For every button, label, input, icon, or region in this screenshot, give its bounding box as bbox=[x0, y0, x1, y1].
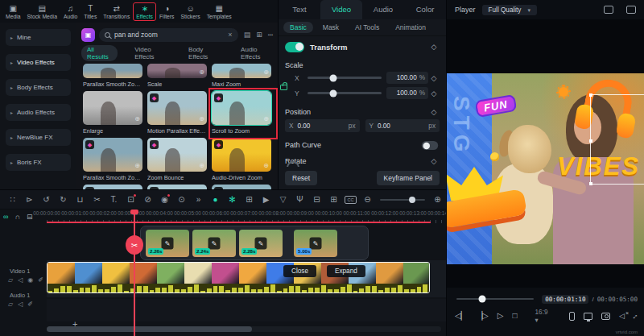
magnet-icon[interactable]: ∩ bbox=[14, 213, 19, 221]
playhead[interactable] bbox=[134, 209, 135, 336]
transform-toggle[interactable] bbox=[285, 42, 304, 52]
download-icon[interactable]: ⊕ bbox=[199, 116, 204, 122]
reset-button[interactable]: Reset bbox=[285, 171, 317, 185]
effect-thumbnail[interactable]: ◆⊕ bbox=[147, 138, 207, 172]
play-clip-icon[interactable]: ▶ bbox=[258, 195, 275, 204]
scrollbar-thumb[interactable] bbox=[47, 326, 252, 332]
effect-clip[interactable]: ✎2.28s bbox=[239, 230, 283, 257]
crop-icon[interactable]: ⊡ bbox=[122, 195, 139, 204]
sidebar-item-video-effects[interactable]: ▸Video Effects bbox=[6, 54, 71, 71]
toolbar-item-filters[interactable]: ◑Filters bbox=[156, 2, 178, 21]
split-icon[interactable]: ✂ bbox=[89, 195, 105, 204]
more-tools-icon[interactable]: » bbox=[190, 195, 207, 204]
effect-card[interactable]: ◆⊕Scroll to Zoom bbox=[212, 91, 271, 135]
zoom-slider-knob[interactable] bbox=[409, 197, 415, 203]
add-media-icon[interactable]: ⊞ bbox=[241, 195, 258, 204]
timeline-zoom-out-icon[interactable]: ⊖ bbox=[359, 195, 376, 204]
position-y-field[interactable]: Y0.00px bbox=[365, 119, 440, 132]
clear-search-icon[interactable]: × bbox=[228, 31, 232, 39]
next-frame-button[interactable]: ▕▷ bbox=[476, 311, 488, 321]
toolbar-item-titles[interactable]: TTitles bbox=[80, 2, 100, 21]
scale-x-value[interactable]: 100.00% bbox=[386, 72, 428, 84]
track-edit-icon[interactable]: ✐ bbox=[38, 276, 43, 284]
toolbar-item-templates[interactable]: ▦Templates bbox=[204, 2, 235, 21]
mask-icon[interactable]: ◉ bbox=[156, 195, 173, 204]
effect-card[interactable]: ⊕Maxi Zoom bbox=[212, 64, 271, 88]
phone-preview-icon[interactable] bbox=[569, 312, 575, 321]
speed-icon[interactable]: ⊘ bbox=[139, 195, 156, 204]
scale-x-keyframe-icon[interactable]: ◇ bbox=[428, 74, 440, 82]
scale-y-value[interactable]: 100.00% bbox=[386, 87, 428, 99]
track-visibility-icon[interactable]: ◉ bbox=[27, 276, 33, 284]
effect-thumbnail[interactable]: ◆⊕ bbox=[83, 138, 142, 172]
more-menu-icon[interactable]: ••• bbox=[268, 32, 273, 37]
effect-clip[interactable]: ✎2.24s bbox=[192, 230, 236, 257]
effect-card[interactable]: ◆⊕Parallax Smooth Zoo... bbox=[83, 138, 142, 181]
layout-grid-icon[interactable]: ∷ bbox=[4, 195, 21, 204]
lock-aspect-icon[interactable] bbox=[280, 85, 287, 90]
voiceover-mic-icon[interactable]: Ψ bbox=[291, 195, 308, 204]
track-folder-icon[interactable]: ▱ bbox=[8, 276, 13, 284]
effect-card[interactable]: ◆⊕Motion Parallax Effect In bbox=[147, 91, 207, 135]
snapshot-icon[interactable] bbox=[601, 313, 610, 320]
track-mute-icon[interactable]: ◁ bbox=[18, 276, 23, 284]
effect-thumbnail[interactable]: ⊕ bbox=[83, 91, 142, 125]
edit-pencil-icon[interactable]: ✎ bbox=[310, 238, 322, 250]
sidebar-item-mine[interactable]: ▸Mine bbox=[6, 29, 71, 46]
tab-video[interactable]: Video bbox=[320, 0, 362, 19]
position-x-field[interactable]: X0.00px bbox=[285, 119, 360, 132]
sidebar-item-body-effects[interactable]: ▸Body Effects bbox=[6, 79, 71, 96]
download-icon[interactable]: ⊕ bbox=[134, 116, 140, 122]
split-view-icon[interactable]: ⊟ bbox=[27, 213, 33, 221]
effect-card[interactable]: ⊕Scale bbox=[147, 64, 207, 88]
duration-icon[interactable]: ⊙ bbox=[173, 195, 190, 204]
screen-record-icon[interactable]: ⊞ bbox=[325, 195, 342, 204]
sidebar-item-audio-effects[interactable]: ▸Audio Effects bbox=[6, 104, 71, 121]
stop-button[interactable]: □ bbox=[512, 311, 517, 321]
effect-clip[interactable]: ✎2.26s bbox=[146, 230, 189, 257]
tab-audio[interactable]: Audio bbox=[362, 0, 404, 19]
scale-y-keyframe-icon[interactable]: ◇ bbox=[428, 89, 440, 97]
tab-text[interactable]: Text bbox=[279, 0, 320, 19]
download-icon[interactable]: ⊕ bbox=[199, 163, 204, 169]
download-icon[interactable]: ⊕ bbox=[134, 163, 140, 169]
ai-effects-badge-icon[interactable]: ▣ bbox=[81, 28, 95, 42]
effect-thumbnail[interactable]: ⊕ bbox=[212, 64, 271, 78]
sidebar-item-newblue-fx[interactable]: ▸NewBlue FX bbox=[6, 129, 71, 146]
rotate-dial[interactable] bbox=[287, 161, 299, 167]
effect-card[interactable]: Parallax Smooth Zoo... bbox=[83, 64, 142, 88]
edit-pencil-icon[interactable]: ✎ bbox=[162, 238, 174, 250]
external-display-icon[interactable] bbox=[584, 313, 592, 320]
download-icon[interactable]: ⊕ bbox=[263, 116, 269, 122]
timeline-zoom-in-icon[interactable]: ⊕ bbox=[429, 195, 446, 204]
effect-thumbnail[interactable]: ⊕ bbox=[147, 64, 207, 78]
ai-effects-icon[interactable]: ✻ bbox=[224, 195, 241, 204]
mute-icon[interactable]: ◁× bbox=[619, 312, 625, 320]
tab-color[interactable]: Color bbox=[404, 0, 446, 19]
filter-icon[interactable]: ⊞ bbox=[256, 31, 262, 39]
effects-tab-body-effects[interactable]: Body Effects bbox=[183, 45, 224, 61]
track-mute-icon[interactable]: ◁ bbox=[18, 301, 23, 308]
toolbar-item-stickers[interactable]: ☺Stickers bbox=[177, 2, 203, 21]
search-input[interactable]: pan and zoom × bbox=[99, 28, 238, 42]
audio-mixer-icon[interactable]: ⊟ bbox=[308, 195, 325, 204]
close-button[interactable]: Close bbox=[283, 265, 316, 277]
seek-bar[interactable] bbox=[456, 298, 534, 300]
path-curve-toggle[interactable] bbox=[422, 140, 438, 149]
sidebar-item-boris-fx[interactable]: ▸Boris FX bbox=[6, 154, 71, 171]
video-clip[interactable] bbox=[47, 262, 430, 293]
download-icon[interactable]: ⊕ bbox=[263, 163, 269, 169]
transform-keyframe-icon[interactable]: ◇ bbox=[428, 43, 440, 51]
playhead-scissors-icon[interactable]: ✂ bbox=[126, 235, 143, 255]
effect-thumbnail[interactable]: ◆⊕ bbox=[147, 91, 207, 125]
undo-icon[interactable]: ↺ bbox=[38, 195, 55, 204]
ai-search-icon[interactable]: ▤ bbox=[244, 31, 251, 39]
captions-icon[interactable]: CC bbox=[345, 196, 357, 204]
select-tool-icon[interactable]: ⊳ bbox=[21, 195, 38, 204]
toolbar-item-effects[interactable]: ∗Effects bbox=[133, 2, 156, 21]
track-edit-icon[interactable]: ✐ bbox=[27, 301, 33, 308]
subtab-ai-tools[interactable]: AI Tools bbox=[349, 22, 386, 33]
previous-frame-button[interactable]: ◁▏ bbox=[455, 311, 467, 321]
delete-icon[interactable]: ⊔ bbox=[72, 195, 89, 204]
effect-thumbnail[interactable] bbox=[83, 64, 142, 78]
